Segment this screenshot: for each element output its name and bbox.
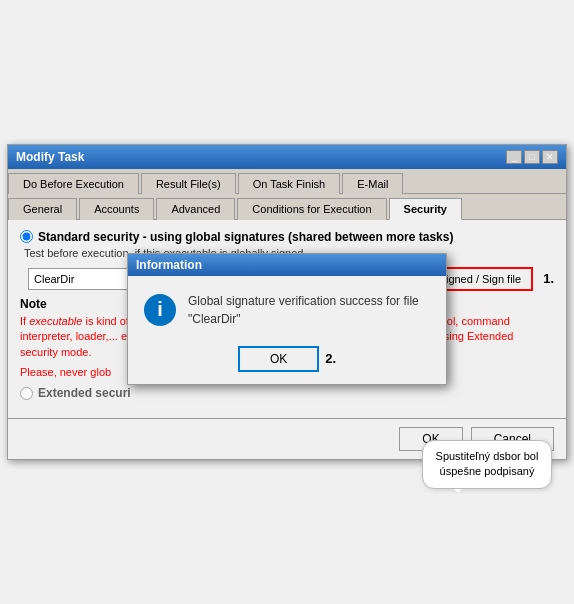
window-title: Modify Task [16,150,84,164]
tabs-row2: General Accounts Advanced Conditions for… [8,194,566,220]
tab-advanced[interactable]: Advanced [156,198,235,220]
dialog-content: i Global signature verification success … [128,276,446,340]
step2-indicator: 2. [325,351,336,366]
tab-do-before-execution[interactable]: Do Before Execution [8,173,139,194]
title-controls: _ □ ✕ [506,150,558,164]
title-bar: Modify Task _ □ ✕ [8,145,566,169]
tab-accounts[interactable]: Accounts [79,198,154,220]
dialog-line1: Global signature verification success fo… [188,292,419,310]
tab-email[interactable]: E-Mail [342,173,403,194]
dialog-title-text: Information [136,258,202,272]
close-button[interactable]: ✕ [542,150,558,164]
main-window: Modify Task _ □ ✕ Do Before Execution Re… [7,144,567,460]
tooltip-text: Spustiteľný dsbor bol úspešne podpisaný [436,450,539,477]
tab-on-task-finish[interactable]: On Task Finish [238,173,341,194]
tab-security[interactable]: Security [389,198,462,220]
dialog-overlay: Information i Global signature verificat… [8,220,566,418]
info-icon-text: i [157,298,163,321]
content-area: Standard security - using global signatu… [8,220,566,418]
tab-conditions[interactable]: Conditions for Execution [237,198,386,220]
dialog-line2: "ClearDir" [188,310,419,328]
information-dialog: Information i Global signature verificat… [127,253,447,385]
minimize-button[interactable]: _ [506,150,522,164]
dialog-message: Global signature verification success fo… [188,292,419,328]
tab-result-files[interactable]: Result File(s) [141,173,236,194]
dialog-title-bar: Information [128,254,446,276]
tabs-row1: Do Before Execution Result File(s) On Ta… [8,169,566,194]
tab-general[interactable]: General [8,198,77,220]
dialog-footer: OK 2. [128,340,446,384]
tooltip-container: Spustiteľný dsbor bol úspešne podpisaný [422,440,552,489]
tooltip-bubble: Spustiteľný dsbor bol úspešne podpisaný [422,440,552,489]
info-icon: i [144,294,176,326]
maximize-button[interactable]: □ [524,150,540,164]
dialog-ok-button[interactable]: OK [238,346,319,372]
